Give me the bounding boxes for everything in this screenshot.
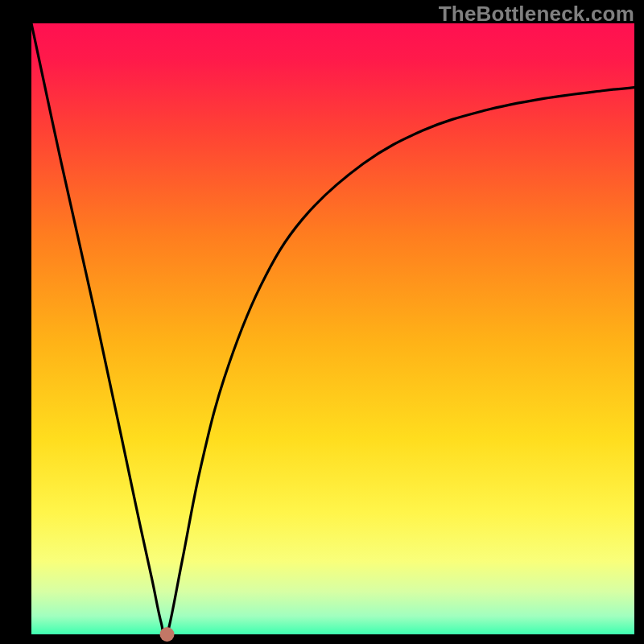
chart-svg — [0, 0, 644, 644]
chart-frame: TheBottleneck.com — [0, 0, 644, 644]
plot-background — [31, 23, 634, 634]
marker-dot — [160, 627, 175, 642]
watermark-label: TheBottleneck.com — [439, 2, 634, 27]
